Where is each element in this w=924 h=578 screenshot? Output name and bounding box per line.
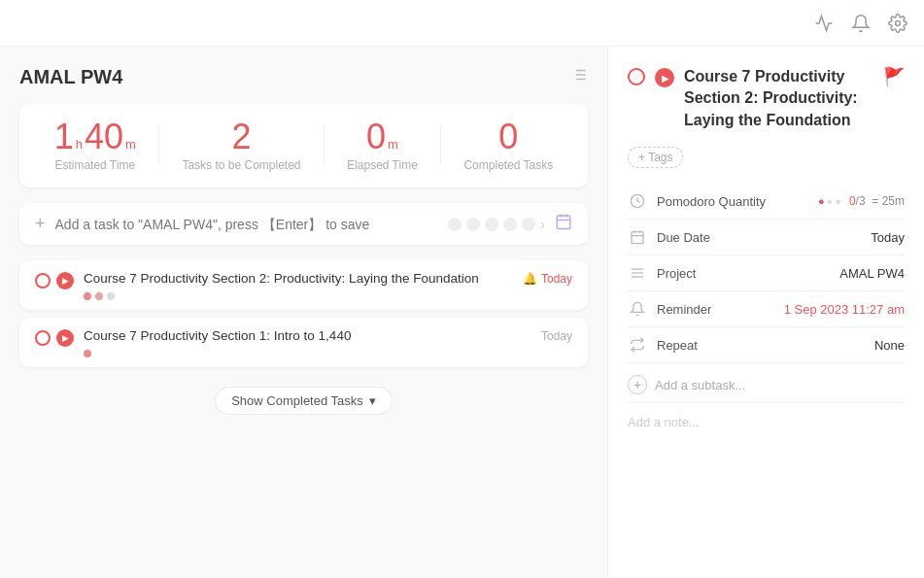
task-item-2[interactable]: ▶ Course 7 Productivity Section 1: Intro… [19,318,588,367]
repeat-icon [628,337,647,353]
elapsed-unit: m [388,137,398,152]
estimated-hours: 1 [54,119,74,154]
left-panel: AMAL PW4 1 h 40 m [0,47,607,578]
chart-icon[interactable] [813,13,835,34]
show-completed-row: Show Completed Tasks ▾ [19,387,588,415]
priority-dot-1 [448,218,462,231]
show-completed-label: Show Completed Tasks [231,393,363,408]
task-play-button-2[interactable]: ▶ [56,329,74,347]
project-row[interactable]: Project AMAL PW4 [628,255,905,291]
add-task-input[interactable] [55,217,439,232]
repeat-label: Repeat [657,338,865,353]
svg-rect-12 [632,232,643,244]
reminder-value: 1 Sep 2023 11:27 am [784,302,905,317]
reminder-icon [628,301,647,317]
detail-header: ▶ Course 7 Productivity Section 2: Produ… [628,66,905,131]
svg-point-0 [896,20,901,25]
detail-radio[interactable] [628,68,645,85]
stat-divider-2 [324,126,325,165]
estimated-time-label: Estimated Time [54,158,135,172]
stat-estimated-time: 1 h 40 m Estimated Time [54,119,136,172]
add-subtask-plus-icon: + [628,375,647,394]
add-task-plus-icon: + [35,214,46,234]
reminder-row[interactable]: Reminder 1 Sep 2023 11:27 am [628,291,905,327]
priority-dot-5 [522,218,535,231]
stat-elapsed-time: 0 m Elapsed Time [347,119,418,172]
top-navigation [0,0,924,47]
stat-completed-tasks: 0 Completed Tasks [463,119,553,172]
elapsed-time-label: Elapsed Time [347,158,418,172]
add-subtask-label: Add a subtask... [655,378,745,392]
completed-number: 0 [498,119,518,154]
task-play-button-1[interactable]: ▶ [56,272,74,289]
calendar-icon[interactable] [555,213,572,235]
estimated-m-unit: m [125,137,136,152]
task-radio-2[interactable] [35,330,51,346]
repeat-value: None [874,338,905,353]
task-item[interactable]: ▶ Course 7 Productivity Section 2: Produ… [19,260,588,310]
pomo-time-val: = 25m [872,194,905,208]
bell-alert-icon: 🔔 [523,272,537,286]
estimated-h-unit: h [76,137,83,152]
bell-icon[interactable] [850,13,872,34]
task-check-area-2: ▶ [35,327,74,347]
tags-button[interactable]: + Tags [628,147,683,168]
sort-icon[interactable] [570,66,588,88]
stat-divider-1 [158,126,159,165]
tasks-count-number: 2 [231,119,251,154]
pomo-dots: ● ● ● [818,195,841,207]
project-label: Project [657,266,830,281]
tags-btn-label: + Tags [638,151,672,164]
due-date-value: Today [871,230,905,245]
due-date-row[interactable]: Due Date Today [628,220,905,255]
task-tags-2 [84,350,531,357]
flag-icon[interactable]: 🚩 [883,66,905,87]
add-note-label: Add a note... [628,415,700,429]
task-radio-1[interactable] [35,273,51,289]
detail-play-button[interactable]: ▶ [655,68,674,87]
repeat-row[interactable]: Repeat None [628,327,905,363]
main-layout: AMAL PW4 1 h 40 m [0,47,924,578]
due-date-label: Due Date [657,230,861,245]
tag-dot-gray [107,292,115,300]
show-completed-chevron: ▾ [369,393,376,408]
add-note-row[interactable]: Add a note... [628,403,905,441]
detail-play-icon: ▶ [662,73,669,84]
stats-card: 1 h 40 m Estimated Time 2 Tasks to be Co… [19,104,588,187]
stat-tasks-count: 2 Tasks to be Completed [182,119,300,172]
show-completed-button[interactable]: Show Completed Tasks ▾ [215,387,393,415]
task-list: ▶ Course 7 Productivity Section 2: Produ… [19,260,588,367]
task-title-2: Course 7 Productivity Section 1: Intro t… [84,327,531,346]
right-panel: ▶ Course 7 Productivity Section 2: Produ… [607,47,924,578]
detail-task-title: Course 7 Productivity Section 2: Product… [684,66,873,131]
priority-dots: › [448,217,545,232]
task-content-2: Course 7 Productivity Section 1: Intro t… [84,327,531,357]
panel-title: AMAL PW4 [19,66,122,88]
task-tags-1 [84,292,513,300]
priority-dot-3 [485,218,498,231]
reminder-label: Reminder [657,302,774,317]
pomodoro-count: ● ● ● 0/3 = 25m [818,194,905,208]
tags-row: + Tags [628,147,905,168]
task-due-2: Today [541,327,572,343]
elapsed-number: 0 [366,119,386,154]
add-subtask-row[interactable]: + Add a subtask... [628,363,905,403]
tasks-count-label: Tasks to be Completed [182,158,300,172]
panel-header: AMAL PW4 [19,66,588,88]
svg-rect-7 [557,216,570,229]
estimated-minutes: 40 [85,119,123,154]
priority-chevron-icon: › [540,217,545,232]
gear-icon[interactable] [887,13,908,34]
add-task-row[interactable]: + › [19,203,588,245]
play-icon-2: ▶ [62,333,69,343]
play-icon-1: ▶ [62,276,69,286]
pomo-stats: 0/3 = 25m [849,194,905,208]
priority-dot-2 [466,218,480,231]
completed-tasks-label: Completed Tasks [463,158,553,172]
pomo-dot-empty-1: ● [827,195,834,207]
task-check-area-1: ▶ [35,270,74,289]
tag-dot-red-2 [84,350,91,357]
pomo-dot-empty-2: ● [835,195,841,207]
priority-dot-4 [503,218,517,231]
due-date-icon [628,229,647,245]
